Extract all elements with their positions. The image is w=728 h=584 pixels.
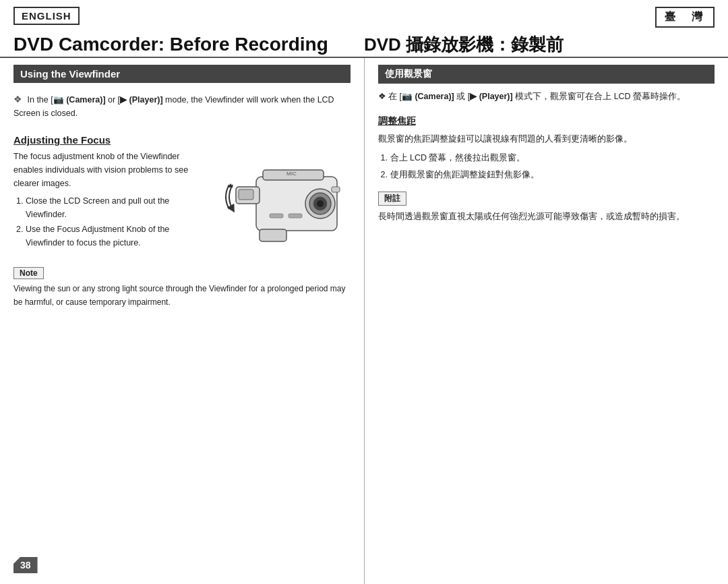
note-label-en: Note — [13, 267, 44, 279]
adjust-focus-header-cn: 調整焦距 — [378, 115, 715, 127]
camcorder-svg: MIC — [216, 150, 351, 258]
focus-step-en-2: Use the Focus Adjustment Knob of the Vie… — [26, 223, 208, 250]
svg-text:MIC: MIC — [286, 171, 297, 177]
focus-intro-cn: 觀景窗的焦距調整旋鈕可以讓視線有問題的人看到更清晰的影像。 — [378, 132, 715, 147]
svg-rect-13 — [260, 229, 286, 241]
diamond-icon-cn: ❖ — [378, 92, 386, 101]
note-box-en: Note Viewing the sun or any strong light… — [13, 267, 351, 308]
page: ENGLISH 臺 灣 DVD Camcorder: Before Record… — [0, 0, 728, 584]
note-text-en: Viewing the sun or any strong light sour… — [13, 283, 351, 308]
two-col-layout: Using the Viewfinder ❖ In the [📷 (Camera… — [0, 58, 728, 584]
title-cn: DVD 攝錄放影機：錄製前 — [364, 33, 715, 57]
viewfinder-body-en: In the [📷 (Camera)] or [▶ (Player)] mode… — [13, 95, 334, 118]
viewfinder-header-en: Using the Viewfinder — [13, 65, 351, 83]
top-bar: ENGLISH 臺 灣 — [0, 0, 728, 28]
focus-intro-en: The focus adjustment knob of the Viewfin… — [13, 150, 208, 190]
focus-step-cn-1: 合上 LCD 螢幕，然後拉出觀景窗。 — [390, 150, 715, 166]
svg-rect-7 — [239, 189, 253, 200]
viewfinder-text-cn: ❖ 在 [📷 (Camera)] 或 [▶ (Player)] 模式下，觀景窗可… — [378, 89, 715, 105]
focus-steps-cn: 合上 LCD 螢幕，然後拉出觀景窗。 使用觀景窗的焦距調整旋鈕對焦影像。 — [378, 150, 715, 182]
adjust-focus-header-en: Adjusting the Focus — [13, 134, 351, 146]
diamond-icon: ❖ — [13, 94, 22, 105]
focus-text-left: The focus adjustment knob of the Viewfin… — [13, 150, 208, 251]
focus-step-cn-2: 使用觀景窗的焦距調整旋鈕對焦影像。 — [390, 167, 715, 183]
title-en: DVD Camcorder: Before Recording — [13, 34, 364, 55]
svg-rect-14 — [332, 187, 340, 192]
svg-rect-11 — [270, 214, 283, 218]
chinese-badge: 臺 灣 — [655, 7, 715, 28]
col-left: Using the Viewfinder ❖ In the [📷 (Camera… — [0, 58, 365, 584]
english-badge: ENGLISH — [13, 7, 80, 25]
main-title-row: DVD Camcorder: Before Recording DVD 攝錄放影… — [0, 28, 728, 58]
note-text-cn: 長時間透過觀景窗直視太陽或任何強烈光源可能導致傷害，或造成暫時的損害。 — [378, 209, 715, 225]
focus-steps-en: Close the LCD Screen and pull out the Vi… — [13, 194, 208, 250]
note-label-cn: 附註 — [378, 192, 406, 206]
viewfinder-header-cn: 使用觀景窗 — [378, 65, 715, 84]
page-number-badge: 38 — [13, 557, 38, 573]
svg-rect-12 — [289, 214, 302, 218]
svg-point-5 — [317, 200, 324, 207]
viewfinder-text-en: ❖ In the [📷 (Camera)] or [▶ (Player)] mo… — [13, 88, 351, 123]
focus-body: The focus adjustment knob of the Viewfin… — [13, 150, 351, 258]
viewfinder-body-cn: 在 [📷 (Camera)] 或 [▶ (Player)] 模式下，觀景窗可在合… — [388, 92, 686, 101]
focus-step-en-1: Close the LCD Screen and pull out the Vi… — [26, 194, 208, 221]
col-right: 使用觀景窗 ❖ 在 [📷 (Camera)] 或 [▶ (Player)] 模式… — [365, 58, 729, 584]
note-box-cn: 附註 長時間透過觀景窗直視太陽或任何強烈光源可能導致傷害，或造成暫時的損害。 — [378, 192, 715, 225]
page-number-container: 38 — [13, 557, 38, 573]
camcorder-illustration: MIC — [216, 150, 351, 258]
